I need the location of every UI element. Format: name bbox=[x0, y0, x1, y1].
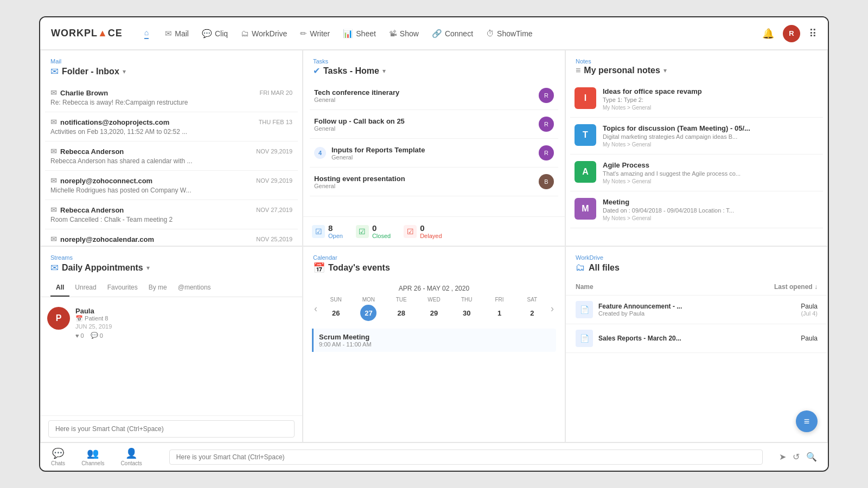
mail-sender: ✉ Charlie Brown bbox=[50, 88, 108, 97]
contacts-label: Contacts bbox=[120, 460, 142, 466]
nav-workdrive[interactable]: 🗂 WorkDrive bbox=[241, 29, 287, 38]
cal-day-mon[interactable]: MON 27 bbox=[360, 297, 376, 321]
mail-item[interactable]: ✉ noreply@zohoconnect.com NOV 29,2019 Mi… bbox=[45, 171, 298, 200]
mail-item[interactable]: ✉ notifications@zohoprojects.com THU FEB… bbox=[45, 112, 298, 142]
channels-label: Channels bbox=[81, 460, 104, 466]
cal-event[interactable]: Scrum Meeting 9:00 AM - 11:00 AM bbox=[312, 329, 556, 352]
note-breadcrumb: My Notes > General bbox=[603, 142, 750, 147]
delayed-label: Delayed bbox=[420, 233, 442, 239]
file-user: Paula bbox=[801, 303, 818, 310]
task-item[interactable]: Follow up - Call back on 25 General R bbox=[310, 110, 558, 139]
bottom-smart-chat-input[interactable] bbox=[169, 450, 763, 465]
top-navigation: WORKPL▲CE ⌂ ✉ Mail 💬 Cliq 🗂 WorkDrive ✏ … bbox=[40, 17, 828, 50]
bottom-nav-contacts[interactable]: 👤 Contacts bbox=[120, 447, 142, 466]
task-title: Tech conference itinerary bbox=[314, 88, 399, 97]
connect-icon: 🔗 bbox=[432, 29, 442, 38]
open-label: Open bbox=[328, 233, 343, 239]
cal-day-sat[interactable]: SAT 2 bbox=[524, 297, 540, 321]
workdrive-panel-label: WorkDrive bbox=[576, 254, 818, 261]
cal-day-fri[interactable]: FRI 1 bbox=[492, 297, 508, 321]
grid-apps-icon[interactable]: ⠿ bbox=[809, 27, 817, 40]
chats-label: Chats bbox=[51, 460, 65, 466]
nav-show[interactable]: 📽 Show bbox=[389, 29, 419, 38]
streams-dropdown-arrow-icon[interactable]: ▾ bbox=[146, 264, 150, 272]
note-preview: Digital marketing strategies Ad campaign… bbox=[603, 133, 750, 140]
mail-dropdown-arrow-icon[interactable]: ▾ bbox=[123, 68, 126, 75]
file-item[interactable]: 📄 Feature Announcement - ... Created by … bbox=[566, 296, 827, 324]
mail-panel-label: Mail bbox=[50, 58, 292, 65]
stream-comment-action[interactable]: 💬 0 bbox=[91, 332, 103, 339]
user-avatar[interactable]: R bbox=[783, 25, 800, 42]
envelope-icon: ✉ bbox=[50, 118, 57, 126]
workdrive-panel-title: All files bbox=[589, 263, 620, 273]
streams-panel-label: Streams bbox=[50, 254, 292, 261]
tab-by-me[interactable]: By me bbox=[143, 279, 173, 297]
mail-item[interactable]: ✉ Rebecca Anderson NOV 27,2019 Room Canc… bbox=[45, 200, 298, 229]
task-item[interactable]: 4 Inputs for Reports Template General R bbox=[310, 139, 558, 168]
tab-mentions[interactable]: @mentions bbox=[173, 279, 216, 297]
nav-cliq[interactable]: 💬 Cliq bbox=[202, 29, 228, 38]
workdrive-icon: 🗂 bbox=[241, 29, 249, 38]
bottom-nav-chats[interactable]: 💬 Chats bbox=[51, 447, 65, 466]
cal-day-sun[interactable]: SUN 26 bbox=[328, 297, 344, 321]
note-preview: Dated on : 09/04/2018 - 09/04/2018 Locat… bbox=[603, 207, 734, 214]
sort-arrow-icon: ↓ bbox=[814, 283, 818, 291]
refresh-icon[interactable]: ↺ bbox=[793, 452, 800, 462]
search-icon[interactable]: 🔍 bbox=[806, 452, 817, 462]
send-icon[interactable]: ➤ bbox=[779, 452, 786, 462]
mail-item[interactable]: ✉ Charlie Brown FRI MAR 20 Re: Rebecca i… bbox=[45, 83, 298, 112]
mail-item[interactable]: ✉ Rebecca Anderson NOV 29,2019 Rebecca A… bbox=[45, 142, 298, 171]
tab-favourites[interactable]: Favourites bbox=[102, 279, 143, 297]
note-preview: Type 1: Type 2: bbox=[603, 97, 702, 103]
nav-writer[interactable]: ✏ Writer bbox=[300, 29, 330, 38]
nav-sheet[interactable]: 📊 Sheet bbox=[343, 29, 376, 38]
notes-dropdown-arrow-icon[interactable]: ▾ bbox=[663, 67, 667, 74]
cal-day-tue[interactable]: TUE 28 bbox=[393, 297, 410, 321]
notification-bell-icon[interactable]: 🔔 bbox=[762, 28, 774, 40]
mail-item[interactable]: ✉ noreply@zohocalendar.com NOV 25,2019 R… bbox=[45, 229, 298, 246]
streams-icon: ✉ bbox=[50, 262, 59, 274]
tasks-list: Tech conference itinerary General R Foll… bbox=[303, 81, 565, 216]
nav-connect-label: Connect bbox=[445, 29, 473, 38]
task-item[interactable]: Tech conference itinerary General R bbox=[310, 81, 558, 110]
streams-footer bbox=[41, 415, 302, 442]
streams-panel-header: Streams ✉ Daily Appointments ▾ bbox=[41, 247, 302, 279]
nav-connect[interactable]: 🔗 Connect bbox=[432, 29, 473, 38]
nav-mail[interactable]: ✉ Mail bbox=[165, 29, 189, 38]
calendar-events: Scrum Meeting 9:00 AM - 11:00 AM bbox=[303, 326, 565, 442]
streams-tabs: All Unread Favourites By me @mentions bbox=[41, 279, 302, 297]
cal-next-icon[interactable]: › bbox=[548, 303, 556, 314]
channels-icon: 👥 bbox=[87, 447, 99, 459]
fab-button[interactable]: ≡ bbox=[796, 410, 818, 432]
task-item[interactable]: Hosting event presentation General B bbox=[310, 168, 558, 196]
note-item[interactable]: A Agile Process That's amazing and I sug… bbox=[570, 155, 823, 191]
file-type-icon: 📄 bbox=[576, 301, 593, 318]
nav-sheet-label: Sheet bbox=[356, 29, 376, 38]
mail-preview: Activities on Feb 13,2020, 11:52 AM to 0… bbox=[50, 128, 292, 136]
mail-list: ✉ Charlie Brown FRI MAR 20 Re: Rebecca i… bbox=[41, 83, 302, 246]
note-item[interactable]: I Ideas for office space revamp Type 1: … bbox=[570, 81, 823, 118]
tab-unread[interactable]: Unread bbox=[69, 279, 101, 297]
cal-prev-icon[interactable]: ‹ bbox=[312, 303, 320, 314]
file-sub: Created by Paula bbox=[598, 310, 682, 317]
nav-home[interactable]: ⌂ bbox=[144, 28, 149, 39]
task-avatar: R bbox=[539, 145, 554, 160]
files-last-opened-column-header: Last opened ↓ bbox=[774, 283, 818, 291]
smart-chat-input[interactable] bbox=[48, 420, 295, 438]
file-item[interactable]: 📄 Sales Reports - March 20... Paula bbox=[566, 324, 827, 353]
contacts-icon: 👤 bbox=[125, 447, 137, 459]
calendar-week: APR 26 - MAY 02 , 2020 ‹ SUN 26 MON 27 bbox=[303, 279, 565, 326]
stream-like-action[interactable]: ♥ 0 bbox=[75, 332, 84, 339]
stream-item[interactable]: P Paula 📅 Patient 8 JUN 25, 2019 ♥ 0 bbox=[47, 301, 296, 344]
bottom-nav-channels[interactable]: 👥 Channels bbox=[81, 447, 104, 466]
cal-day-wed[interactable]: WED 29 bbox=[426, 297, 442, 321]
note-item[interactable]: T Topics for discussion (Team Meeting) -… bbox=[570, 118, 823, 155]
tab-all[interactable]: All bbox=[50, 279, 69, 297]
nav-showtime[interactable]: ⏱ ShowTime bbox=[486, 29, 533, 38]
note-item[interactable]: M Meeting Dated on : 09/04/2018 - 09/04/… bbox=[570, 191, 823, 228]
tasks-panel: Tasks ✔ Tasks - Home ▾ Tech conference i… bbox=[303, 50, 565, 246]
tasks-dropdown-arrow-icon[interactable]: ▾ bbox=[382, 67, 386, 75]
app-logo: WORKPL▲CE bbox=[51, 28, 123, 39]
show-icon: 📽 bbox=[389, 29, 397, 38]
cal-day-thu[interactable]: THU 30 bbox=[458, 297, 475, 321]
